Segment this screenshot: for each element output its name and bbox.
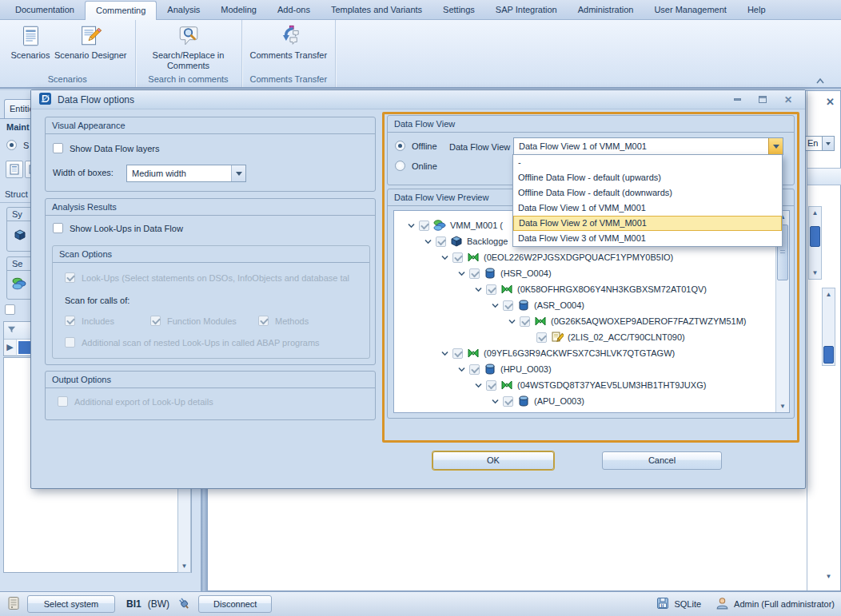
ribbon-tab-commenting[interactable]: Commenting: [85, 1, 157, 20]
chevron-down-icon[interactable]: [823, 136, 835, 151]
dropdown-item[interactable]: Data Flow View 2 of VMM_M001: [513, 216, 782, 231]
expand-chevron-icon[interactable]: [474, 285, 482, 293]
scroll-down-arrow[interactable]: ▼: [178, 560, 190, 572]
chevron-down-icon[interactable]: [768, 138, 783, 154]
tree-node-checkbox[interactable]: [536, 332, 547, 343]
ribbon-tab-user-management[interactable]: User Management: [644, 0, 737, 19]
language-selector[interactable]: En: [803, 136, 835, 151]
data-flow-view-combo[interactable]: Data Flow View 1 of VMM_M001: [513, 137, 783, 155]
ribbon-tab-add-ons[interactable]: Add-ons: [267, 0, 321, 19]
tree-node-checkbox[interactable]: [419, 221, 429, 231]
scenarios-button[interactable]: Scenarios: [8, 23, 53, 61]
tree-node[interactable]: (04WSTGDQ8T37YAEV5LUM3HB1THT9JUXG): [394, 377, 789, 393]
expand-chevron-icon[interactable]: [508, 317, 516, 325]
tree-node-checkbox[interactable]: [503, 300, 513, 311]
tree-node-checkbox[interactable]: [452, 348, 463, 359]
dropdown-item[interactable]: -: [513, 155, 782, 170]
expand-chevron-icon[interactable]: [457, 365, 465, 373]
scroll-down-arrow[interactable]: ▼: [809, 267, 821, 279]
tree-node-checkbox[interactable]: [520, 316, 530, 327]
tree-node[interactable]: (APU_O003): [394, 393, 789, 409]
tree-node-checkbox[interactable]: [469, 364, 480, 375]
tree-node-checkbox[interactable]: [486, 284, 496, 295]
tree-node-checkbox[interactable]: [503, 396, 513, 407]
ribbon-button-label: Comments Transfer: [250, 50, 328, 61]
ribbon-tab-documentation[interactable]: Documentation: [5, 0, 85, 19]
tree-node[interactable]: [394, 409, 789, 413]
expand-chevron-icon[interactable]: [424, 237, 432, 245]
tree-node-checkbox[interactable]: [520, 412, 530, 414]
scroll-up-arrow[interactable]: ▲: [809, 207, 821, 219]
search-replace-in-comments-button[interactable]: Search/Replace in Comments: [144, 23, 233, 71]
ok-button[interactable]: OK: [432, 451, 554, 470]
ribbon-tab-templates-and-variants[interactable]: Templates and Variants: [321, 0, 432, 19]
tree-node-checkbox[interactable]: [486, 380, 496, 391]
ribbon-tab-sap-integration[interactable]: SAP Integration: [485, 0, 568, 19]
expand-chevron-icon[interactable]: [440, 253, 448, 261]
section-structure[interactable]: Struct: [5, 189, 28, 199]
scroll-down-arrow[interactable]: ▼: [822, 570, 835, 582]
scroll-up-arrow[interactable]: ▲: [823, 288, 835, 300]
dropdown-item[interactable]: Offline Data Flow - default (upwards): [513, 170, 782, 185]
side-scrollbar-lower[interactable]: ▲: [822, 288, 835, 366]
ribbon-collapse-icon[interactable]: [815, 77, 827, 86]
tree-node[interactable]: (HPU_O003): [394, 361, 789, 377]
expand-chevron-icon[interactable]: [491, 301, 499, 309]
dropdown-item[interactable]: Data Flow View 3 of VMM_M001: [513, 231, 782, 246]
chevron-down-icon[interactable]: [231, 165, 245, 181]
tree-node[interactable]: (ASR_O004): [394, 297, 789, 313]
width-of-boxes-combo[interactable]: Medium width: [126, 165, 246, 182]
tree-node[interactable]: (0G26K5AQWOXEP9ADEROF7FAZTWZYM51M): [394, 313, 789, 329]
scroll-thumb[interactable]: [823, 346, 834, 364]
document-tool-button[interactable]: [6, 161, 23, 178]
tree-node-checkbox[interactable]: [436, 236, 446, 247]
online-radio-row[interactable]: Online: [395, 161, 437, 171]
dialog-title-bar[interactable]: Data Flow options: [31, 90, 805, 109]
scroll-thumb[interactable]: [810, 226, 820, 247]
tree-node-checkbox[interactable]: [469, 268, 480, 279]
tree-node[interactable]: (0EOL226W2PJGSXDGPQUACF1YPMY0B5IO): [394, 249, 789, 265]
left-panel-radio-row[interactable]: S: [6, 140, 29, 150]
tree-node[interactable]: (2LIS_02_ACC/T90CLNT090): [394, 329, 789, 345]
select-system-button[interactable]: Select system: [27, 595, 115, 613]
expand-chevron-icon[interactable]: [474, 381, 482, 389]
online-radio[interactable]: [395, 161, 405, 171]
show-lookups-row[interactable]: Show Look-Ups in Data Flow: [53, 223, 183, 233]
minimize-button[interactable]: [730, 93, 744, 105]
show-layers-checkbox[interactable]: [53, 143, 63, 153]
ribbon-tab-modeling[interactable]: Modeling: [210, 0, 267, 19]
expand-chevron-icon[interactable]: [407, 221, 415, 229]
offline-radio-row[interactable]: Offline: [395, 141, 437, 151]
tree-node[interactable]: (09YFL6G3R9ACKWFSX7C3HLVK7QTGTAGW): [394, 345, 789, 361]
panel-close-icon[interactable]: ✕: [826, 96, 835, 108]
maximize-button[interactable]: [755, 93, 770, 105]
ribbon-tab-administration[interactable]: Administration: [568, 0, 644, 19]
expand-chevron-icon[interactable]: [457, 269, 465, 277]
show-layers-row[interactable]: Show Data Flow layers: [53, 143, 160, 153]
left-panel-checkbox[interactable]: [5, 304, 15, 315]
side-scrollbar-upper[interactable]: ▲ ▼: [808, 206, 822, 280]
disconnect-button[interactable]: Disconnect: [198, 595, 272, 613]
filter-funnel-icon[interactable]: [7, 325, 16, 336]
ribbon-tab-help[interactable]: Help: [737, 0, 776, 19]
tree-node[interactable]: (0K58OFHRGX8O6Y4NH3KGBXSM72AT01QV): [394, 281, 789, 297]
ribbon-tab-settings[interactable]: Settings: [432, 0, 485, 19]
scroll-down-arrow[interactable]: ▼: [776, 400, 789, 412]
comments-transfer-button[interactable]: Comments Transfer: [250, 23, 328, 61]
close-button[interactable]: ✕: [781, 93, 795, 105]
radio-button[interactable]: [6, 140, 17, 150]
width-of-boxes-row: Width of boxes:: [53, 168, 114, 177]
tree-node-checkbox[interactable]: [452, 252, 463, 263]
expand-chevron-icon[interactable]: [440, 349, 448, 357]
tree-node[interactable]: (HSR_O004): [394, 265, 789, 281]
tree-node-label: (HPU_O003): [500, 364, 552, 374]
offline-radio[interactable]: [395, 141, 405, 151]
dropdown-item[interactable]: Data Flow View 1 of VMM_M001: [513, 201, 782, 216]
ribbon-tab-analysis[interactable]: Analysis: [157, 0, 210, 19]
expand-chevron-icon[interactable]: [491, 397, 499, 405]
output-options-group: Output Options Additional export of Look…: [45, 371, 376, 420]
cancel-button[interactable]: Cancel: [602, 451, 722, 470]
scenario-designer-button[interactable]: Scenario Designer: [54, 23, 127, 61]
dropdown-item[interactable]: Offline Data Flow - default (downwards): [513, 185, 782, 201]
show-lookups-checkbox[interactable]: [53, 223, 63, 233]
